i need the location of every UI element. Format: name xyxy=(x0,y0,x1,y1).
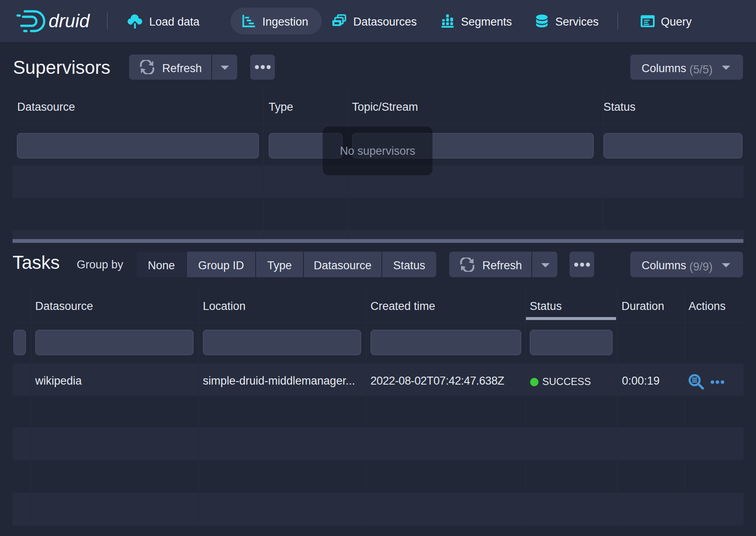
svg-text:druid: druid xyxy=(49,10,90,31)
